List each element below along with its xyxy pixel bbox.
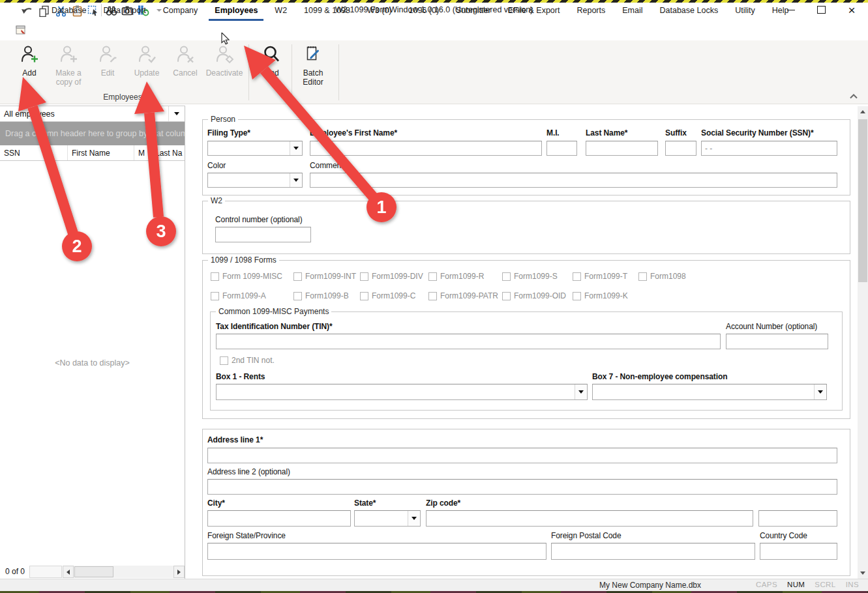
ribbon-group-label: Employees (0, 93, 245, 102)
vertical-scrollbar-thumb[interactable] (858, 119, 867, 282)
tab-submitter[interactable]: Submitter (447, 0, 500, 21)
caps-indicator: CAPS (756, 581, 777, 588)
chevron-down-icon[interactable] (290, 173, 302, 187)
form-1099-misc-checkbox[interactable]: Form 1099-MISC (211, 272, 282, 281)
collapse-ribbon-icon[interactable] (849, 90, 858, 102)
mi-field[interactable] (546, 141, 577, 156)
step-number-3: 3 (156, 222, 166, 241)
batch-editor-button[interactable]: Batch Editor (295, 44, 331, 87)
color-select[interactable] (207, 173, 303, 188)
form-1099-b-checkbox[interactable]: Form1099-B (293, 291, 349, 300)
second-tin-checkbox[interactable]: 2nd TIN not. (220, 356, 275, 365)
close-button[interactable]: × (837, 0, 867, 20)
group-by-bar[interactable]: Drag a column header here to group by th… (0, 122, 185, 145)
tab-employees[interactable]: Employees (206, 0, 266, 21)
edit-button[interactable]: Edit (91, 44, 125, 78)
scroll-right-button[interactable] (173, 566, 185, 578)
ins-indicator: INS (846, 581, 859, 588)
form-1099-oid-checkbox[interactable]: Form1099-OID (502, 291, 566, 300)
box7-compensation-select[interactable] (592, 384, 827, 400)
ssn-field[interactable] (701, 141, 837, 156)
state-select[interactable] (354, 510, 421, 527)
cancel-button-label: Cancel (173, 68, 197, 78)
undo-icon[interactable] (20, 3, 34, 18)
step-number-2: 2 (72, 237, 82, 256)
first-name-field[interactable] (310, 141, 542, 156)
zip-plus4-field[interactable] (758, 510, 837, 527)
tab-w2[interactable]: W2 (266, 0, 295, 21)
form-1099-patr-checkbox[interactable]: Form1099-PATR (428, 291, 498, 300)
chevron-down-icon[interactable] (814, 384, 826, 399)
chevron-down-icon[interactable] (290, 141, 302, 155)
checkbox-label: Form1099-DIV (372, 272, 423, 281)
form-1099-k-checkbox[interactable]: Form1099-K (573, 291, 628, 300)
tab-efile-export[interactable]: EFile & Export (500, 0, 569, 21)
scroll-left-button[interactable] (63, 566, 74, 578)
form-1098-checkbox[interactable]: Form1098 (638, 272, 686, 281)
address-line2-field[interactable] (207, 479, 837, 495)
zip-code-field[interactable] (426, 510, 753, 527)
scroll-up-icon (860, 110, 865, 113)
account-number-field[interactable] (726, 334, 828, 349)
column-header-first-name[interactable]: First Name (68, 145, 134, 160)
form-1099-r-checkbox[interactable]: Form1099-R (428, 272, 484, 281)
filing-type-select[interactable] (207, 141, 303, 156)
control-number-field[interactable] (215, 227, 311, 242)
tab-database[interactable]: Database (43, 0, 95, 21)
scroll-up-button[interactable] (858, 106, 868, 117)
city-label: City* (207, 499, 225, 508)
form-1099-c-checkbox[interactable]: Form1099-C (360, 291, 415, 300)
app-menu-icon[interactable] (16, 25, 27, 38)
employee-grid-header: SSN First Name M Last Na (0, 145, 185, 161)
chevron-down-icon[interactable] (408, 511, 420, 526)
tab-reports[interactable]: Reports (568, 0, 614, 21)
cancel-button[interactable]: Cancel (167, 44, 203, 78)
checkbox-icon (293, 272, 302, 281)
form-1099-t-checkbox[interactable]: Form1099-T (573, 272, 627, 281)
update-button[interactable]: Update (128, 44, 166, 78)
tab-email[interactable]: Email (614, 0, 651, 21)
foreign-postal-field[interactable] (551, 543, 755, 560)
scroll-down-button[interactable] (858, 568, 868, 579)
add-button[interactable]: Add (11, 44, 48, 78)
deactivate-button[interactable]: Deactivate (203, 44, 245, 78)
comment-field[interactable] (310, 173, 837, 188)
ribbon-group-divider (292, 44, 292, 100)
suffix-field[interactable] (665, 141, 696, 156)
tab-utility[interactable]: Utility (726, 0, 764, 21)
tab-1096[interactable]: 1096 (0) (400, 0, 448, 21)
foreign-state-field[interactable] (207, 543, 546, 560)
box1-rents-select[interactable] (216, 384, 588, 400)
country-code-field[interactable] (760, 543, 837, 560)
tab-1099-1098[interactable]: 1099 & 1098 (295, 0, 359, 21)
last-name-field[interactable] (586, 141, 658, 156)
column-header-last-name[interactable]: Last Na (151, 145, 185, 160)
find-button[interactable]: Find (254, 44, 288, 78)
filing-type-label: Filing Type* (207, 128, 250, 137)
tin-field[interactable] (216, 334, 721, 349)
maximize-button[interactable] (806, 0, 836, 20)
form-1099-a-checkbox[interactable]: Form1099-A (211, 291, 266, 300)
tab-company[interactable]: Company (155, 0, 207, 21)
tab-w3[interactable]: W3 (0) (359, 0, 400, 21)
tab-help[interactable]: Help (764, 0, 798, 21)
ribbon-group-divider (248, 44, 249, 100)
tab-database-locks[interactable]: Database Locks (651, 0, 727, 21)
checkbox-icon (638, 272, 647, 281)
address-line1-field[interactable] (207, 448, 837, 463)
chevron-down-icon[interactable] (168, 106, 185, 121)
make-a-copy-button[interactable]: Make a copy of (49, 44, 88, 87)
panel-splitter[interactable] (185, 106, 185, 579)
chevron-down-icon[interactable] (575, 384, 587, 399)
employee-filter-dropdown[interactable]: All employees (0, 106, 185, 122)
form-1099-s-checkbox[interactable]: Form1099-S (502, 272, 558, 281)
form-1099-int-checkbox[interactable]: Form1099-INT (293, 272, 356, 281)
city-field[interactable] (207, 510, 351, 527)
horizontal-scrollbar-thumb[interactable] (74, 566, 113, 577)
tab-data-import[interactable]: Data Import (95, 0, 155, 21)
menu-tab-bar: Database Data Import Company Employees W… (0, 0, 868, 21)
form-1099-div-checkbox[interactable]: Form1099-DIV (360, 272, 423, 281)
column-header-m[interactable]: M (134, 145, 151, 160)
checkbox-icon (293, 292, 302, 300)
column-header-ssn[interactable]: SSN (0, 145, 68, 160)
